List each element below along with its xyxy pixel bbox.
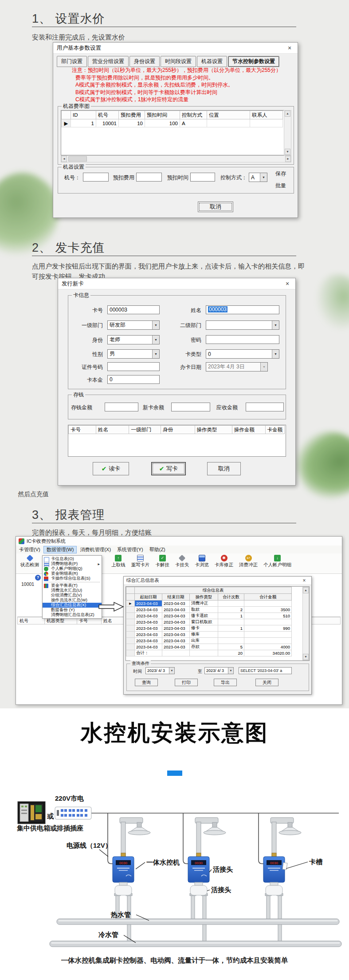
new-balance-input[interactable] [171,403,210,411]
col-pre-fee[interactable]: 预扣费用 [119,111,145,119]
menu-machine-management[interactable]: 消费机管理(X) [77,546,114,553]
col-card-no[interactable]: 卡号 [69,426,96,434]
tab-water-saving-params[interactable]: 节水控制参数设置 [228,56,279,67]
menu-system-management[interactable]: 系统管理(Y) [114,546,146,553]
print-button[interactable]: 打印 [175,679,198,686]
chevron-down-icon[interactable]: ▼ [260,173,267,182]
chevron-down-icon[interactable]: ▼ [272,321,279,329]
col-op-amount[interactable]: 操作金额 [232,426,265,434]
table-row[interactable]: 2023-04-03 2023-04-03 缴卡退款 1 510 [126,613,292,619]
toolbar-status-check[interactable]: 状态检测 [20,555,39,568]
chevron-down-icon[interactable]: ▼ [260,363,267,371]
col-identity[interactable]: 身份 [161,426,195,434]
col-contact[interactable]: 联系人 [250,111,283,119]
close-button[interactable]: 关闭 [255,679,278,686]
toolbar-rewrite-card[interactable]: 重写卡片 [131,555,150,568]
col-total-amount[interactable]: 合计金额 [244,594,292,601]
read-card-button[interactable]: ✔ 读卡 [93,462,129,475]
identity-select[interactable]: 老师▼ [107,335,160,344]
chevron-down-icon[interactable]: ▼ [272,350,279,358]
table-row[interactable]: 2023-04-03 2023-04-03 取款 2 3500 [126,607,292,613]
scroll-thumb[interactable] [68,156,87,162]
dept1-select[interactable]: 研发部▼ [107,320,160,330]
tab-machine[interactable]: 机器设置 [197,56,227,67]
tab-department[interactable]: 部门设置 [57,56,87,67]
name-input[interactable]: 000003 [206,305,279,314]
scroll-down-icon[interactable]: ▼ [303,654,309,660]
menu-card-management[interactable]: 卡管理(V) [16,546,43,553]
scroll-right-icon[interactable]: ► [285,156,291,162]
chevron-down-icon[interactable]: ▼ [169,668,174,674]
control-mode-select[interactable]: A ▼ [249,173,267,182]
table-row[interactable]: 2023-04-03 2023-04-03 存款 5 4000 [126,644,292,650]
toolbar-personal-detail[interactable]: ↓ 个人帐户明细 [263,555,291,568]
col-dept1[interactable]: 一级部门 [129,426,161,434]
chevron-down-icon[interactable]: ▼ [152,350,159,358]
toolbar-reversal[interactable]: ↩ 消费冲正 [239,555,258,568]
deposit-amount-input[interactable] [105,403,138,411]
machine-no-input[interactable] [83,173,109,182]
date-to-picker[interactable]: 2023/ 4/ 3▼ [204,667,234,674]
toolbar-withdraw[interactable]: ↑ 上取钱 [111,555,125,568]
col-end-date[interactable]: 结束日期 [162,594,190,601]
table-row[interactable]: 2023-04-03 2023-04-03 出库 [126,638,292,644]
date-from-picker[interactable]: 2023/ 4/ 3▼ [145,667,175,674]
col-machine-no[interactable]: 机号 [17,617,45,624]
col-name[interactable]: 姓名 [96,426,129,434]
tab-time-period[interactable]: 时间段设置 [161,56,196,67]
chevron-down-icon[interactable]: ▼ [228,668,233,674]
table-row-total[interactable]: 合计： 20 34020.00 [126,650,292,656]
cancel-button[interactable]: 取消 [198,202,233,212]
save-button[interactable]: 保存 [275,170,286,178]
col-op-type[interactable]: 操作类型 [195,426,232,434]
col-op-type[interactable]: 操作类型 [190,594,218,601]
tree-node-machine[interactable]: 10001 [21,581,34,587]
vertical-scrollbar[interactable]: ▲ ▼ [302,587,309,660]
vertical-scrollbar[interactable]: ▲ ▼ [284,110,291,155]
tab-identity[interactable]: 身份设置 [129,56,160,67]
menu-item-card-op-summary[interactable]: 卡操作综合信息表(S) [43,576,102,581]
col-pre-time[interactable]: 预扣时间 [145,111,180,119]
close-icon[interactable]: × [300,577,309,584]
col-total-count[interactable]: 合计次数 [218,594,244,601]
issue-date-picker[interactable]: 2023年 4月 3日▼ [206,362,268,371]
col-control-mode[interactable]: 控制方式 [180,111,207,119]
table-row[interactable]: 2023-04-03 2023-04-03 窗口机取款 [126,619,292,625]
col-start-date[interactable]: 起始日期 [135,594,162,601]
close-icon[interactable]: × [283,280,292,287]
pre-time-input[interactable] [190,173,215,182]
table-row[interactable]: ▶ 2023-04-03 2023-04-03 消费冲正 [126,601,292,607]
sql-input[interactable]: SELECT '2023-04-03' a [239,667,292,674]
cancel-button[interactable]: 取消 [207,462,241,475]
toolbar-browse-card[interactable]: 卡浏览 [195,555,209,568]
batch-button[interactable]: 批量 [275,182,286,190]
col-id[interactable]: ID [71,111,96,119]
query-button[interactable]: 查询 [135,679,158,686]
pre-fee-input[interactable] [136,173,162,182]
menu-data-management[interactable]: 数据管理(W) [43,546,77,553]
dept2-select[interactable]: ▼ [206,320,279,330]
toolbar-card-fix[interactable]: ✱ 卡库修正 [215,555,233,568]
scroll-up-icon[interactable]: ▲ [303,587,309,593]
col-location[interactable]: 位置 [207,111,250,119]
export-button[interactable]: 导出 [214,679,237,686]
scroll-left-icon[interactable]: ◄ [61,156,67,162]
table-row[interactable]: 2023-04-03 2023-04-03 修卡 1 990 [126,625,292,632]
principal-input[interactable] [107,375,160,384]
chevron-down-icon[interactable]: ▼ [152,336,159,344]
password-input[interactable] [206,335,279,344]
col-card-amount[interactable]: 卡金额 [265,426,285,434]
col-machine-no[interactable]: 机号 [96,111,119,119]
horizontal-scrollbar[interactable]: ◄ ► [61,155,291,162]
tab-business-group[interactable]: 营业分组设置 [88,56,129,67]
chevron-down-icon[interactable]: ▼ [152,321,159,329]
table-row[interactable]: 2023-04-03 2023-04-03 修库 [126,632,292,638]
menu-help[interactable]: 帮助(Z) [146,546,169,553]
receivable-input[interactable] [246,403,284,411]
menu-item-consume-summary[interactable]: 消费明细汇总信息表(Z) [43,612,102,617]
gender-select[interactable]: 男▼ [107,349,160,359]
write-card-button[interactable]: ✔ 写卡 [151,462,186,475]
id-no-input[interactable] [107,362,160,371]
toolbar-report-lost[interactable]: 卡挂失 [175,555,189,568]
close-icon[interactable]: × [285,44,294,51]
